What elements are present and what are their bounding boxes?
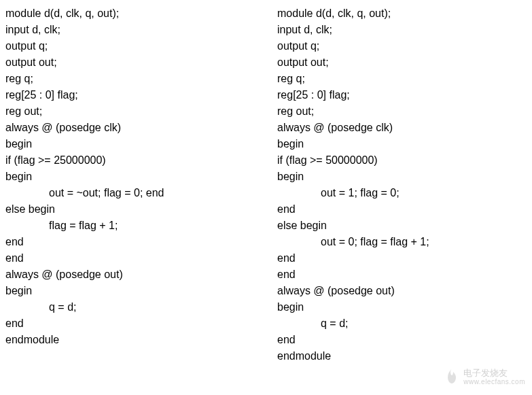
code-line: out = ~out; flag = 0; end — [5, 185, 277, 201]
code-line: end — [277, 332, 529, 348]
code-line: begin — [277, 169, 529, 185]
code-line: module d(d, clk, q, out); — [5, 5, 277, 22]
code-line: output out; — [5, 54, 277, 71]
code-line: if (flag >= 25000000) — [5, 152, 277, 169]
code-line: reg[25 : 0] flag; — [277, 87, 529, 103]
code-line: reg out; — [5, 103, 277, 120]
code-line: reg q; — [5, 71, 277, 87]
watermark-name: 电子发烧友 — [463, 368, 525, 378]
code-line: end — [277, 250, 529, 267]
watermark-text: 电子发烧友 www.elecfans.com — [463, 368, 525, 385]
code-line: endmodule — [5, 332, 277, 348]
code-line: end — [277, 267, 529, 283]
code-line: module d(d, clk, q, out); — [277, 5, 529, 22]
watermark: 电子发烧友 www.elecfans.com — [444, 367, 525, 387]
code-line: always @ (posedge out) — [5, 267, 277, 283]
code-line: always @ (posedge clk) — [5, 120, 277, 136]
code-line: begin — [277, 136, 529, 152]
code-line: end — [277, 201, 529, 218]
watermark-url: www.elecfans.com — [463, 378, 525, 385]
code-line: else begin — [5, 201, 277, 218]
code-line: output out; — [277, 54, 529, 71]
code-line: begin — [5, 136, 277, 152]
code-column-left: module d(d, clk, q, out); input d, clk; … — [5, 5, 277, 364]
code-line: input d, clk; — [5, 22, 277, 38]
code-line: out = 0; flag = flag + 1; — [277, 234, 529, 250]
code-container: module d(d, clk, q, out); input d, clk; … — [0, 0, 532, 364]
code-line: reg[25 : 0] flag; — [5, 87, 277, 103]
code-line: else begin — [277, 218, 529, 234]
flame-icon — [444, 367, 459, 387]
code-line: if (flag >= 50000000) — [277, 152, 529, 169]
code-line: out = 1; flag = 0; — [277, 185, 529, 201]
code-line: begin — [277, 299, 529, 315]
code-line: end — [5, 315, 277, 332]
code-line: endmodule — [277, 348, 529, 364]
code-line: reg out; — [277, 103, 529, 120]
code-line: end — [5, 234, 277, 250]
code-line: begin — [5, 169, 277, 185]
code-line: end — [5, 250, 277, 267]
code-line: begin — [5, 283, 277, 299]
code-column-right: module d(d, clk, q, out); input d, clk; … — [277, 5, 529, 364]
code-line: flag = flag + 1; — [5, 218, 277, 234]
code-line: always @ (posedge out) — [277, 283, 529, 299]
code-line: reg q; — [277, 71, 529, 87]
code-line: output q; — [277, 38, 529, 54]
code-line: output q; — [5, 38, 277, 54]
code-line: input d, clk; — [277, 22, 529, 38]
code-line: q = d; — [277, 315, 529, 332]
code-line: always @ (posedge clk) — [277, 120, 529, 136]
code-line: q = d; — [5, 299, 277, 315]
